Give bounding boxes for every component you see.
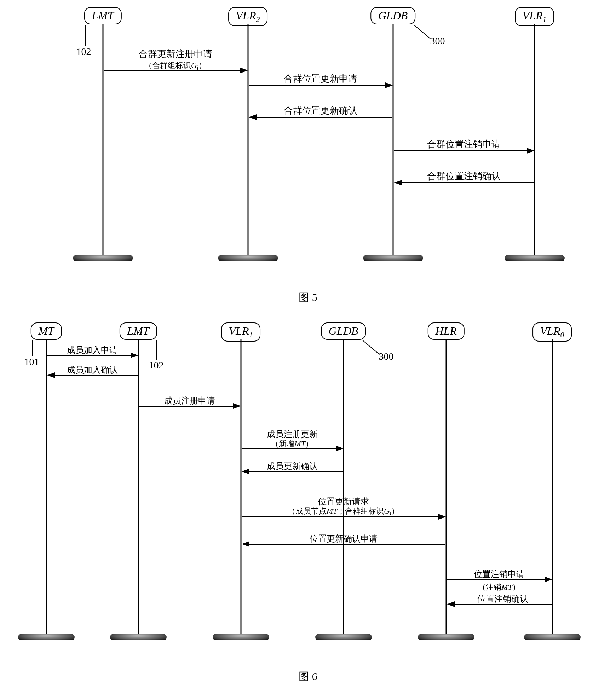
tag-connector — [85, 25, 86, 46]
lifeline-label: VLR — [229, 325, 249, 337]
lifeline-line — [138, 339, 139, 637]
lifeline-head-vlr1: VLR1 — [515, 7, 554, 26]
msg-arrow — [249, 85, 385, 86]
msg-sublabel: （新增MT） — [271, 439, 313, 449]
msg-arrow — [447, 579, 545, 580]
tag-lmt: 102 — [149, 360, 164, 371]
arrow-icon — [438, 514, 446, 520]
lifeline-foot — [363, 255, 423, 261]
lifeline-foot — [418, 634, 474, 640]
lifeline-line — [392, 24, 393, 258]
lifeline-line — [534, 24, 535, 258]
arrow-icon — [447, 601, 455, 607]
lifeline-foot — [73, 255, 133, 261]
msg-label: 成员加入确认 — [67, 364, 118, 376]
lifeline-head-vlr1: VLR1 — [221, 322, 261, 342]
lifeline-line — [247, 24, 248, 258]
msg-label: 成员更新确认 — [267, 460, 318, 472]
lifeline-label: HLR — [435, 325, 456, 337]
lifeline-head-gldb: GLDB — [321, 322, 366, 340]
lifeline-sub: 1 — [249, 330, 253, 339]
lifeline-foot — [505, 255, 565, 261]
arrow-icon — [47, 372, 55, 378]
lifeline-label: LMT — [127, 325, 149, 337]
msg-arrow — [139, 406, 233, 407]
msg-label: 成员加入申请 — [67, 344, 118, 356]
figure-caption: 图 6 — [7, 669, 609, 681]
arrow-icon — [336, 446, 344, 451]
lifeline-label: LMT — [92, 9, 114, 22]
msg-label: 位置注销申请 — [474, 568, 525, 580]
tag-gldb: 300 — [430, 35, 445, 47]
arrow-icon — [242, 541, 249, 547]
arrow-icon — [240, 68, 248, 73]
arrow-icon — [242, 469, 249, 474]
msg-label: 合群位置注销确认 — [427, 170, 501, 182]
lifeline-foot — [524, 634, 581, 640]
msg-arrow — [256, 117, 392, 118]
tag-gldb: 300 — [379, 351, 394, 362]
msg-arrow — [394, 150, 527, 151]
tag-connector — [414, 25, 430, 39]
lifeline-foot — [213, 634, 269, 640]
msg-label: 合群位置更新申请 — [284, 73, 357, 85]
msg-arrow — [242, 448, 336, 449]
msg-arrow — [454, 604, 552, 605]
lifeline-head-lmt: LMT — [119, 322, 157, 340]
figure-caption: 图 5 — [7, 290, 609, 305]
arrow-icon — [249, 114, 257, 120]
msg-label: 合群位置注销申请 — [427, 138, 501, 150]
lifeline-line — [343, 339, 344, 637]
tag-mt: 101 — [24, 356, 39, 367]
lifeline-sub: 2 — [256, 15, 260, 24]
arrow-icon — [394, 180, 402, 185]
tag-connector — [32, 340, 33, 356]
msg-arrow — [249, 471, 343, 472]
lifeline-head-vlr2: VLR2 — [228, 7, 268, 26]
lifeline-head-mt: MT — [30, 322, 62, 340]
lifeline-foot — [315, 634, 372, 640]
tag-connector — [156, 340, 157, 360]
lifeline-foot — [218, 255, 278, 261]
msg-arrow — [242, 516, 438, 517]
msg-label: 成员注册申请 — [164, 395, 215, 406]
arrow-icon — [527, 148, 535, 154]
lifeline-line — [102, 24, 103, 258]
lifeline-sub: 0 — [560, 330, 564, 339]
arrow-icon — [545, 577, 552, 582]
lifeline-line — [445, 339, 447, 637]
lifeline-label: VLR — [236, 9, 256, 22]
arrow-icon — [233, 403, 241, 409]
sequence-diagram-fig5: LMT VLR2 GLDB VLR1 102 300 合群更新注册申请 （合群组… — [7, 7, 609, 276]
arrow-icon — [131, 353, 138, 358]
msg-sublabel: （成员节点MT；合群组标识Gi） — [288, 506, 399, 517]
lifeline-line — [552, 339, 553, 637]
tag-connector — [362, 340, 379, 354]
lifeline-line — [240, 339, 241, 637]
msg-arrow — [54, 375, 138, 376]
tag-lmt: 102 — [76, 46, 91, 57]
lifeline-label: GLDB — [378, 9, 408, 22]
lifeline-label: VLR — [540, 325, 560, 337]
lifeline-foot — [110, 634, 167, 640]
msg-arrow — [401, 182, 534, 183]
msg-arrow — [104, 70, 240, 71]
sequence-diagram-fig6: MT LMT VLR1 GLDB HLR VLR0 101 102 300 成员… — [7, 322, 609, 655]
msg-label: 合群更新注册申请 — [139, 48, 212, 60]
msg-label: 合群位置更新确认 — [284, 104, 357, 117]
arrow-icon — [385, 82, 393, 88]
msg-label: 位置更新确认申请 — [310, 533, 378, 544]
lifeline-head-vlr0: VLR0 — [532, 322, 572, 342]
lifeline-label: MT — [38, 325, 54, 337]
lifeline-head-gldb: GLDB — [370, 7, 416, 24]
lifeline-head-hlr: HLR — [427, 322, 464, 340]
lifeline-foot — [18, 634, 75, 640]
lifeline-label: VLR — [523, 9, 543, 22]
msg-arrow — [249, 544, 445, 545]
lifeline-sub: 1 — [542, 15, 546, 24]
msg-sublabel: （注销MT） — [478, 582, 520, 593]
msg-label: 位置注销确认 — [477, 593, 528, 605]
msg-arrow — [47, 355, 131, 356]
lifeline-head-lmt: LMT — [84, 7, 121, 24]
lifeline-line — [46, 339, 47, 637]
